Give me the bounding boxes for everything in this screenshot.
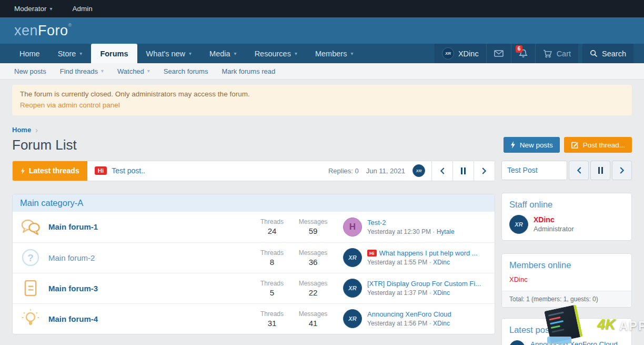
last-post-time: Yesterday at 1:56 PM xyxy=(367,320,427,327)
nav-resources-label: Resources xyxy=(255,50,291,58)
subnav-find-threads-label: Find threads xyxy=(60,67,98,75)
last-post-author[interactable]: XDinc xyxy=(433,320,450,327)
thread-prefix-badge[interactable]: Hi xyxy=(95,166,107,175)
xtr-avatar[interactable]: XR xyxy=(509,215,528,234)
breadcrumb: Home › xyxy=(12,126,632,134)
moderator-menu[interactable]: Moderator ▾ xyxy=(14,5,53,13)
alerts-button[interactable]: 6 xyxy=(511,44,535,63)
notice-message: The forum is currently closed. Only admi… xyxy=(20,89,624,100)
latest-posts-heading: Latest posts xyxy=(509,325,624,335)
envelope-icon xyxy=(494,50,504,57)
chevron-left-icon xyxy=(440,167,445,174)
thread-prefix-badge[interactable]: Hi xyxy=(367,250,377,257)
nav-media-label: Media xyxy=(209,50,230,58)
search-button[interactable]: Search xyxy=(582,44,633,63)
site-header: xenForo® xyxy=(0,17,644,44)
inbox-button[interactable] xyxy=(486,44,511,63)
pause-icon xyxy=(461,167,466,174)
xtr-avatar[interactable]: XR xyxy=(509,340,525,345)
nav-media[interactable]: Media ▾ xyxy=(200,44,246,63)
sidebar-carousel-pause-button[interactable] xyxy=(590,161,610,180)
page-title: Forum List xyxy=(12,137,77,153)
subnav-search-forums-label: Search forums xyxy=(164,67,208,75)
forum-link[interactable]: Main forum-4 xyxy=(48,314,251,323)
last-post: Announcing XenForo Cloud Yesterday at 1:… xyxy=(367,310,487,327)
subnav-find-threads[interactable]: Find threads ▾ xyxy=(53,67,110,75)
sidebar-carousel-next-button[interactable] xyxy=(612,161,632,180)
nav-store[interactable]: Store ▾ xyxy=(49,44,92,63)
subnav-search-forums[interactable]: Search forums xyxy=(157,67,215,75)
threads-stat: Threads 5 xyxy=(251,280,293,297)
threads-value: 8 xyxy=(251,258,293,267)
breadcrumb-home[interactable]: Home xyxy=(12,126,31,134)
last-post-title[interactable]: Test-2 xyxy=(367,219,386,226)
caret-down-icon: ▾ xyxy=(101,68,104,74)
threads-label: Threads xyxy=(251,280,293,287)
category-header[interactable]: Main category-A xyxy=(13,194,495,212)
account-menu[interactable]: XR XDinc xyxy=(435,44,486,63)
meta-separator: · xyxy=(429,259,431,266)
category-block: Main category-A Main forum-1 Threads xyxy=(12,194,495,334)
staff-member-name[interactable]: XDinc xyxy=(534,215,574,224)
last-post-author[interactable]: XDinc xyxy=(433,289,450,297)
subnav-watched-label: Watched xyxy=(117,67,144,75)
last-post-time: Yesterday at 1:55 PM xyxy=(367,259,427,266)
subnav-watched[interactable]: Watched ▾ xyxy=(110,67,157,75)
xtr-avatar[interactable]: XR xyxy=(343,279,362,298)
sidebar-carousel-thread[interactable]: Test Post xyxy=(501,161,567,180)
threads-label: Threads xyxy=(251,249,293,257)
latest-threads-carousel: Latest threads Hi Test post.. Replies: 0… xyxy=(12,161,495,181)
carousel-thread-title[interactable]: Test post.. xyxy=(112,166,145,175)
carousel-pause-button[interactable] xyxy=(452,161,474,181)
logo-xen: xen xyxy=(14,23,38,38)
last-post-author[interactable]: XDinc xyxy=(433,259,450,266)
forum-row: Main forum-4 Threads 31 Messages 41 XR A… xyxy=(13,303,495,334)
xenforo-logo[interactable]: xenForo® xyxy=(14,23,72,39)
nav-members[interactable]: Members ▾ xyxy=(306,44,362,63)
last-post-title[interactable]: [XTR] Display Group For Custom Fi... xyxy=(367,280,481,288)
messages-value: 41 xyxy=(293,319,334,328)
carousel-meta: Replies: 0 Jun 11, 2021 XR xyxy=(328,161,431,181)
last-post-author[interactable]: Hytale xyxy=(437,228,455,235)
logo-foro: Foro xyxy=(38,23,68,38)
nav-resources[interactable]: Resources ▾ xyxy=(246,44,306,63)
carousel-next-button[interactable] xyxy=(474,161,495,181)
document-icon xyxy=(20,280,41,297)
forum-link[interactable]: Main forum-3 xyxy=(48,284,251,293)
cart-button[interactable]: Cart xyxy=(535,44,578,63)
title-buttons: New posts Post thread... xyxy=(504,137,632,153)
nav-home[interactable]: Home xyxy=(11,44,49,63)
xtr-avatar[interactable]: XR xyxy=(412,164,425,177)
messages-value: 36 xyxy=(293,258,334,267)
admin-menu[interactable]: Admin xyxy=(73,5,93,13)
nav-forums-label: Forums xyxy=(100,50,128,58)
letter-avatar[interactable]: H xyxy=(343,218,362,236)
threads-value: 31 xyxy=(251,319,293,328)
xtr-avatar[interactable]: XR xyxy=(343,248,362,267)
carousel-prev-button[interactable] xyxy=(431,161,452,181)
notice-admin-link[interactable]: Reopen via admin control panel xyxy=(20,100,624,111)
latest-threads-tab[interactable]: Latest threads xyxy=(13,161,87,181)
post-thread-button[interactable]: Post thread... xyxy=(564,137,632,153)
subnav-mark-read[interactable]: Mark forums read xyxy=(215,67,282,75)
post-thread-button-label: Post thread... xyxy=(583,141,625,149)
carousel-thread: Hi Test post.. xyxy=(87,161,328,181)
new-posts-button[interactable]: New posts xyxy=(504,137,560,153)
nav-whats-new[interactable]: What's new ▾ xyxy=(137,44,201,63)
subnav-new-posts[interactable]: New posts xyxy=(14,67,53,75)
online-member-name[interactable]: XDinc xyxy=(509,275,624,283)
admin-toolbar: Moderator ▾ Admin xyxy=(0,0,644,17)
latest-post-title[interactable]: Announcing XenForo Cloud xyxy=(530,340,622,345)
edit-icon xyxy=(571,141,579,149)
forum-link[interactable]: Main forum-2 xyxy=(48,253,251,262)
nav-forums[interactable]: Forums xyxy=(91,44,137,63)
subnav-new-posts-label: New posts xyxy=(14,67,46,75)
last-post-title[interactable]: What happens I put help word ... xyxy=(379,249,478,257)
xtr-avatar[interactable]: XR xyxy=(343,309,362,328)
forum-link[interactable]: Main forum-1 xyxy=(48,222,251,231)
sidebar-carousel-prev-button[interactable] xyxy=(569,161,589,180)
last-post-title[interactable]: Announcing XenForo Cloud xyxy=(367,310,451,318)
svg-text:?: ? xyxy=(27,252,34,263)
caret-down-icon: ▾ xyxy=(50,6,53,12)
staff-member-item: XR XDinc Administrator xyxy=(509,215,624,234)
